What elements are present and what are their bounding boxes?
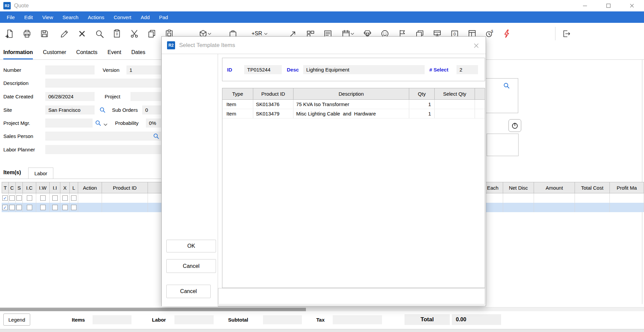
dialog-title: Select Template Items [179,42,235,49]
col-iw[interactable]: I.W [36,182,50,193]
col-amount[interactable]: Amount [534,182,575,193]
chevron-down-icon[interactable] [264,31,268,37]
checkbox[interactable] [27,195,32,201]
col-ic[interactable]: I.C [23,182,36,193]
tab-information[interactable]: Information [3,45,33,59]
cell-select-qty[interactable] [435,100,475,109]
project-mgr-field[interactable] [45,118,93,128]
menu-pad[interactable]: Pad [154,11,173,23]
menu-search[interactable]: Search [58,11,83,23]
col-x[interactable]: X [60,182,70,193]
col-qty[interactable]: Qty [409,88,435,100]
menu-add[interactable]: Add [136,11,155,23]
right-search-icon[interactable] [503,82,510,89]
col-ii[interactable]: I.I [50,182,60,193]
checkbox[interactable] [9,195,15,201]
table-row[interactable]: Item SK013476 75 KVA Iso Transformer 1 [222,100,485,109]
project-mgr-search-icon[interactable] [95,120,101,126]
dialog-close-icon[interactable] [472,42,480,50]
tab-contacts[interactable]: Contacts [76,45,97,59]
legend-button[interactable]: Legend [3,314,30,326]
copy-count-icon[interactable]: 0 [110,26,123,42]
ok-button[interactable]: OK [166,240,216,252]
sales-person-search-icon[interactable] [153,133,159,139]
checkbox[interactable] [71,205,76,210]
col-product-id[interactable]: Product ID [253,88,293,100]
checkbox[interactable] [71,195,76,201]
col-type[interactable]: Type [222,88,253,100]
cell-select-qty[interactable] [435,109,475,118]
subtotal-label: Subtotal [228,317,248,323]
col-select-qty[interactable]: Select Qty [435,88,475,100]
chevron-down-icon[interactable] [351,31,354,37]
delete-x-icon[interactable] [75,26,89,42]
col-action[interactable]: Action [78,182,102,193]
tab-dates[interactable]: Dates [131,45,145,59]
site-field[interactable]: San Francisco [45,105,95,114]
power-button[interactable] [508,119,521,132]
new-document-icon[interactable] [3,26,16,42]
checkbox[interactable] [9,205,15,210]
version-field[interactable]: 1 [126,65,161,75]
col-product-id[interactable]: Product ID [102,182,148,193]
description-field[interactable] [45,79,161,88]
sales-person-field[interactable] [45,132,161,141]
maximize-button[interactable] [604,1,613,10]
site-search-icon[interactable] [99,107,106,113]
col-profit[interactable]: Profit Ma [610,182,644,193]
date-created-field[interactable]: 06/28/2024 [45,92,95,101]
number-field[interactable] [45,65,95,75]
menu-file[interactable]: File [2,11,19,23]
checkbox[interactable] [62,205,68,210]
checkbox[interactable] [52,205,58,210]
search-icon[interactable] [93,26,106,42]
tab-labor[interactable]: Labor [28,168,53,179]
checkbox[interactable] [27,205,32,210]
col-c[interactable]: C [9,182,16,193]
checkbox[interactable] [2,205,8,210]
minimize-button[interactable] [580,1,590,10]
labor-planner-field[interactable] [45,145,161,154]
col-total-cost[interactable]: Total Cost [575,182,610,193]
menu-edit[interactable]: Edit [19,11,38,23]
cut-icon[interactable] [127,26,141,42]
template-desc-field[interactable]: Lighting Equipment [303,65,425,74]
menu-actions[interactable]: Actions [83,11,109,23]
project-mgr-dropdown-icon[interactable] [103,122,108,128]
col-l[interactable]: L [70,182,78,193]
close-button[interactable] [627,1,637,10]
chevron-down-icon[interactable] [208,31,211,37]
select-count-field[interactable]: 2 [457,65,478,74]
scrollbar-thumb[interactable] [0,308,306,311]
checkbox[interactable] [40,195,46,201]
exit-icon[interactable] [559,26,573,42]
cancel-button[interactable]: Cancel [166,259,216,273]
tab-items[interactable]: Item(s) [3,170,21,179]
checkbox[interactable] [52,195,58,201]
col-net-disc[interactable]: Net Disc [503,182,534,193]
template-id-field[interactable]: TP015244 [244,65,282,74]
probability-field[interactable]: 0% [146,118,161,128]
table-row[interactable]: Item SK013479 Misc Lighting Cable and Ha… [222,109,485,118]
cancel-button-secondary[interactable]: Cancel [166,285,211,298]
edit-pencil-icon[interactable] [58,26,71,42]
save-icon[interactable] [38,26,51,42]
lightning-icon[interactable] [500,26,514,42]
checkbox[interactable] [16,195,22,201]
checkbox[interactable] [62,195,68,201]
tab-event[interactable]: Event [108,45,121,59]
checkbox[interactable] [40,205,46,210]
checkbox[interactable] [2,195,8,201]
col-s[interactable]: S [16,182,23,193]
horizontal-scrollbar[interactable] [0,307,644,311]
col-t[interactable]: T [2,182,9,193]
checkbox[interactable] [16,205,22,210]
col-description[interactable]: Description [293,88,409,100]
print-icon[interactable] [20,26,34,42]
project-field[interactable] [130,92,161,101]
copy-icon[interactable] [145,26,158,42]
sub-orders-field[interactable]: 0 [142,105,161,114]
menu-convert[interactable]: Convert [109,11,136,23]
menu-view[interactable]: View [38,11,58,23]
tab-customer[interactable]: Customer [43,45,66,59]
